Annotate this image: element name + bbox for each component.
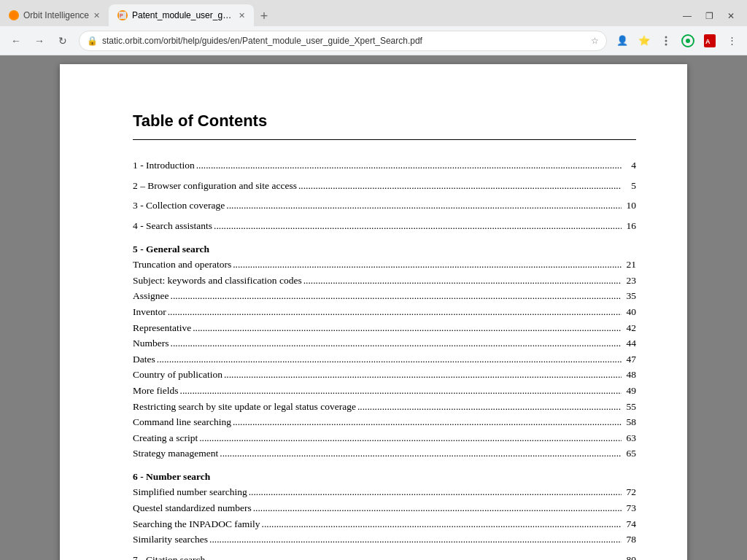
tab-pdf-close[interactable]: ✕ (239, 11, 245, 20)
toc-entry: Questel standardized numbers............… (133, 500, 636, 516)
toc-dots: ........................................… (155, 351, 622, 368)
toc-title: Table of Contents (133, 108, 636, 133)
toc-sub-label: Simplified number searching (133, 484, 247, 500)
toc-entry: Truncation and operators................… (133, 257, 636, 273)
toc-page: 4 (622, 158, 636, 174)
tab-orbit-close[interactable]: ✕ (93, 11, 100, 20)
toc-dots: ........................................… (247, 484, 622, 500)
toc-dots: ........................................… (356, 399, 622, 415)
window-controls: — ❐ ✕ (677, 6, 741, 26)
minimize-button[interactable]: — (677, 6, 697, 26)
toc-page: 65 (622, 446, 636, 462)
forward-button[interactable]: → (29, 31, 50, 51)
toc-entry: Simplified number searching.............… (133, 484, 636, 500)
chrome-menu-button[interactable] (657, 31, 676, 50)
orbit-extension-icon[interactable] (678, 31, 697, 50)
close-button[interactable]: ✕ (721, 6, 741, 26)
toc-sub-label: Representative (133, 320, 191, 336)
toc-page: 47 (622, 351, 636, 368)
toc-page: 10 (622, 198, 636, 214)
toc-sub-label: Creating a script (133, 430, 198, 446)
tab-orbit[interactable]: Orbit Intelligence ✕ (0, 4, 109, 26)
toc-entry: 3 - Collection coverage.................… (133, 198, 636, 214)
toc-entry: Country of publication..................… (133, 367, 636, 383)
toolbar-icons: 👤 ⭐ A ⋮ (613, 31, 741, 50)
toc-page: 44 (622, 335, 636, 351)
toc-page: 72 (622, 484, 636, 500)
toc-sub-label: Subject: keywords and classification cod… (133, 273, 302, 289)
toc-page: 21 (622, 257, 636, 273)
tab-pdf-label: Patent_module_user_gui… (132, 10, 234, 20)
toc-dots: ........................................… (302, 273, 622, 289)
toc-entry: 1 - Introduction........................… (133, 158, 636, 174)
maximize-button[interactable]: ❐ (699, 6, 719, 26)
chrome-settings-icon[interactable]: ⋮ (722, 31, 741, 50)
toc-page: 42 (622, 320, 636, 336)
toc-entry: Command line searching..................… (133, 414, 636, 430)
toc-label: 1 - Introduction (133, 158, 195, 174)
toc-dots: ........................................… (198, 430, 622, 446)
toc-dots: ........................................… (260, 516, 622, 532)
toc-sub-label: Strategy management (133, 446, 218, 462)
toc-dots: ........................................… (297, 178, 622, 194)
acrobat-icon[interactable]: A (700, 31, 719, 50)
svg-point-7 (686, 39, 690, 43)
toc-page: 16 (622, 218, 636, 234)
tab-pdf[interactable]: P Patent_module_user_gui… ✕ (109, 4, 254, 26)
bookmark-icon[interactable]: ☆ (591, 36, 599, 46)
toc-dots: ........................................… (195, 158, 622, 174)
browser-header: Orbit Intelligence ✕ P Patent_module_use… (0, 0, 747, 55)
toc-page: 58 (622, 414, 636, 430)
tab-orbit-label: Orbit Intelligence (23, 10, 89, 20)
toc-dots: ........................................… (222, 367, 622, 383)
toc-dots: ........................................… (231, 414, 622, 430)
address-text: static.orbit.com/orbit/help/guides/en/Pa… (102, 36, 587, 46)
new-tab-button[interactable]: + (254, 6, 274, 26)
toc-dots: ........................................… (225, 198, 622, 214)
toc-section-label: 5 - General search (133, 241, 209, 257)
tab-bar: Orbit Intelligence ✕ P Patent_module_use… (0, 0, 747, 26)
profile-icon[interactable]: 👤 (613, 31, 632, 50)
toc-dots: ........................................… (231, 257, 622, 273)
toc-page: 55 (622, 399, 636, 415)
address-bar[interactable]: 🔒 static.orbit.com/orbit/help/guides/en/… (79, 31, 607, 51)
toc-entry: 4 - Search assistants...................… (133, 218, 636, 234)
toc-dots: ........................................… (212, 218, 622, 234)
toc-entry: Creating a script.......................… (133, 430, 636, 446)
toc-sub-label: Command line searching (133, 414, 231, 430)
svg-point-3 (665, 36, 667, 38)
back-button[interactable]: ← (6, 31, 26, 51)
toc-page: 73 (622, 500, 636, 516)
extensions-button[interactable]: ⭐ (635, 31, 654, 50)
toc-dots: ........................................… (166, 304, 622, 320)
toc-sub-label: More fields (133, 383, 179, 399)
pdf-page: Table of Contents 1 - Introduction......… (60, 64, 687, 560)
browser-controls: ← → ↻ 🔒 static.orbit.com/orbit/help/guid… (0, 26, 747, 55)
toc-sub-label: Numbers (133, 335, 169, 351)
toc-entry: 7 - Citation search.....................… (133, 552, 636, 560)
toc-dots: ........................................… (179, 383, 622, 399)
toc-entry: Representative..........................… (133, 320, 636, 336)
toc-sub-label: Dates (133, 351, 155, 368)
toc-page: 35 (622, 288, 636, 304)
svg-point-5 (665, 43, 667, 45)
toc-sub-label: Restricting search by site update or leg… (133, 399, 356, 415)
toc-page: 23 (622, 273, 636, 289)
toc-entry: Inventor................................… (133, 304, 636, 320)
toc-entry: Strategy management.....................… (133, 446, 636, 462)
toc-entry: 5 - General search (133, 241, 636, 257)
toc-dots: ........................................… (218, 446, 622, 462)
toc-sub-label: Similarity searches (133, 532, 208, 548)
toc-section-label: 6 - Number search (133, 469, 210, 485)
toc-entry: Restricting search by site update or leg… (133, 399, 636, 415)
toc-sub-label: Inventor (133, 304, 166, 320)
toc-entry: Searching the INPADOC family............… (133, 516, 636, 532)
orbit-favicon (9, 10, 19, 20)
toc-dots: ........................................… (169, 335, 622, 351)
reload-button[interactable]: ↻ (53, 31, 73, 51)
toc-dots: ........................................… (252, 500, 622, 516)
lock-icon: 🔒 (87, 36, 98, 46)
toc-entry: Similarity searches.....................… (133, 532, 636, 548)
toc-sub-label: Country of publication (133, 367, 222, 383)
pdf-container[interactable]: Table of Contents 1 - Introduction......… (0, 55, 747, 560)
